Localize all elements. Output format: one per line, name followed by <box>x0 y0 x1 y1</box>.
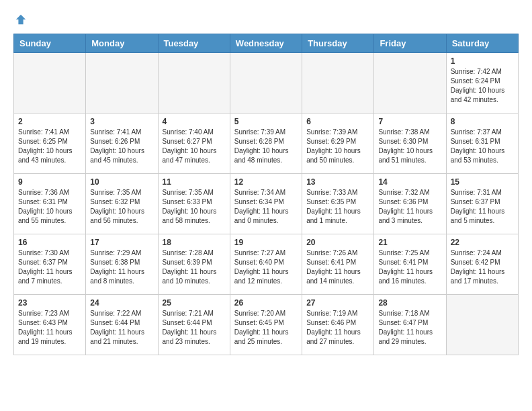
day-info: Sunrise: 7:21 AM Sunset: 6:44 PM Dayligh… <box>163 309 226 347</box>
calendar-cell: 25Sunrise: 7:21 AM Sunset: 6:44 PM Dayli… <box>158 295 230 355</box>
day-number: 3 <box>90 117 153 126</box>
day-number: 13 <box>306 177 369 187</box>
day-info: Sunrise: 7:18 AM Sunset: 6:47 PM Dayligh… <box>378 309 441 347</box>
calendar-cell: 22Sunrise: 7:24 AM Sunset: 6:42 PM Dayli… <box>446 234 518 295</box>
day-info: Sunrise: 7:26 AM Sunset: 6:41 PM Dayligh… <box>306 248 369 286</box>
day-info: Sunrise: 7:32 AM Sunset: 6:36 PM Dayligh… <box>378 188 441 226</box>
calendar-cell: 13Sunrise: 7:33 AM Sunset: 6:35 PM Dayli… <box>302 174 374 234</box>
calendar-week-row: 1Sunrise: 7:42 AM Sunset: 6:24 PM Daylig… <box>14 53 519 113</box>
page-header <box>13 13 519 23</box>
day-number: 6 <box>306 117 369 126</box>
day-info: Sunrise: 7:30 AM Sunset: 6:37 PM Dayligh… <box>18 248 81 286</box>
day-info: Sunrise: 7:36 AM Sunset: 6:31 PM Dayligh… <box>18 188 81 226</box>
day-info: Sunrise: 7:39 AM Sunset: 6:29 PM Dayligh… <box>306 128 369 165</box>
day-number: 7 <box>378 117 441 126</box>
calendar-cell: 21Sunrise: 7:25 AM Sunset: 6:41 PM Dayli… <box>374 234 446 295</box>
day-number: 24 <box>90 298 153 308</box>
day-info: Sunrise: 7:41 AM Sunset: 6:25 PM Dayligh… <box>18 128 81 165</box>
weekday-header: Friday <box>374 34 446 53</box>
day-info: Sunrise: 7:34 AM Sunset: 6:34 PM Dayligh… <box>234 188 298 226</box>
day-number: 15 <box>451 177 514 187</box>
calendar-cell <box>230 53 302 113</box>
day-info: Sunrise: 7:35 AM Sunset: 6:32 PM Dayligh… <box>90 188 153 226</box>
day-number: 4 <box>163 117 226 126</box>
day-number: 22 <box>451 238 514 247</box>
calendar-cell: 4Sunrise: 7:40 AM Sunset: 6:27 PM Daylig… <box>158 113 230 174</box>
day-number: 5 <box>234 117 298 126</box>
day-info: Sunrise: 7:27 AM Sunset: 6:40 PM Dayligh… <box>234 248 298 286</box>
day-number: 18 <box>163 238 226 247</box>
weekday-header: Tuesday <box>158 34 230 53</box>
day-number: 12 <box>234 177 298 187</box>
calendar-cell: 10Sunrise: 7:35 AM Sunset: 6:32 PM Dayli… <box>86 174 158 234</box>
day-number: 14 <box>378 177 441 187</box>
day-info: Sunrise: 7:33 AM Sunset: 6:35 PM Dayligh… <box>306 188 369 226</box>
calendar-cell <box>86 53 158 113</box>
day-number: 27 <box>306 298 369 308</box>
day-info: Sunrise: 7:20 AM Sunset: 6:45 PM Dayligh… <box>234 309 298 347</box>
day-number: 10 <box>90 177 153 187</box>
calendar-cell <box>158 53 230 113</box>
day-number: 21 <box>378 238 441 247</box>
calendar-cell: 9Sunrise: 7:36 AM Sunset: 6:31 PM Daylig… <box>14 174 86 234</box>
day-number: 25 <box>163 298 226 308</box>
day-info: Sunrise: 7:31 AM Sunset: 6:37 PM Dayligh… <box>451 188 514 226</box>
calendar-cell: 15Sunrise: 7:31 AM Sunset: 6:37 PM Dayli… <box>446 174 518 234</box>
svg-marker-0 <box>16 15 26 24</box>
weekday-header: Saturday <box>446 34 518 53</box>
weekday-header: Wednesday <box>230 34 302 53</box>
calendar-cell <box>14 53 86 113</box>
day-info: Sunrise: 7:22 AM Sunset: 6:44 PM Dayligh… <box>90 309 153 347</box>
calendar-cell: 7Sunrise: 7:38 AM Sunset: 6:30 PM Daylig… <box>374 113 446 174</box>
day-info: Sunrise: 7:29 AM Sunset: 6:38 PM Dayligh… <box>90 248 153 286</box>
day-number: 23 <box>18 298 81 308</box>
day-info: Sunrise: 7:42 AM Sunset: 6:24 PM Dayligh… <box>451 67 514 105</box>
day-info: Sunrise: 7:37 AM Sunset: 6:31 PM Dayligh… <box>451 128 514 165</box>
calendar-cell: 1Sunrise: 7:42 AM Sunset: 6:24 PM Daylig… <box>446 53 518 113</box>
calendar-cell: 3Sunrise: 7:41 AM Sunset: 6:26 PM Daylig… <box>86 113 158 174</box>
calendar-cell: 2Sunrise: 7:41 AM Sunset: 6:25 PM Daylig… <box>14 113 86 174</box>
logo <box>13 13 27 23</box>
day-info: Sunrise: 7:38 AM Sunset: 6:30 PM Dayligh… <box>378 128 441 165</box>
day-number: 11 <box>163 177 226 187</box>
day-info: Sunrise: 7:19 AM Sunset: 6:46 PM Dayligh… <box>306 309 369 347</box>
calendar-cell: 5Sunrise: 7:39 AM Sunset: 6:28 PM Daylig… <box>230 113 302 174</box>
day-info: Sunrise: 7:25 AM Sunset: 6:41 PM Dayligh… <box>378 248 441 286</box>
calendar-cell: 27Sunrise: 7:19 AM Sunset: 6:46 PM Dayli… <box>302 295 374 355</box>
calendar-week-row: 2Sunrise: 7:41 AM Sunset: 6:25 PM Daylig… <box>14 113 519 174</box>
calendar-cell: 6Sunrise: 7:39 AM Sunset: 6:29 PM Daylig… <box>302 113 374 174</box>
day-number: 17 <box>90 238 153 247</box>
calendar-cell: 16Sunrise: 7:30 AM Sunset: 6:37 PM Dayli… <box>14 234 86 295</box>
logo-icon <box>15 13 27 26</box>
calendar-cell: 17Sunrise: 7:29 AM Sunset: 6:38 PM Dayli… <box>86 234 158 295</box>
day-number: 16 <box>18 238 81 247</box>
weekday-header: Thursday <box>302 34 374 53</box>
day-info: Sunrise: 7:24 AM Sunset: 6:42 PM Dayligh… <box>451 248 514 286</box>
calendar-cell: 26Sunrise: 7:20 AM Sunset: 6:45 PM Dayli… <box>230 295 302 355</box>
day-info: Sunrise: 7:41 AM Sunset: 6:26 PM Dayligh… <box>90 128 153 165</box>
day-info: Sunrise: 7:40 AM Sunset: 6:27 PM Dayligh… <box>163 128 226 165</box>
day-number: 9 <box>18 177 81 187</box>
calendar-header-row: SundayMondayTuesdayWednesdayThursdayFrid… <box>14 34 519 53</box>
day-info: Sunrise: 7:35 AM Sunset: 6:33 PM Dayligh… <box>163 188 226 226</box>
calendar-cell: 24Sunrise: 7:22 AM Sunset: 6:44 PM Dayli… <box>86 295 158 355</box>
day-number: 20 <box>306 238 369 247</box>
calendar-week-row: 16Sunrise: 7:30 AM Sunset: 6:37 PM Dayli… <box>14 234 519 295</box>
calendar-week-row: 9Sunrise: 7:36 AM Sunset: 6:31 PM Daylig… <box>14 174 519 234</box>
weekday-header: Sunday <box>14 34 86 53</box>
weekday-header: Monday <box>86 34 158 53</box>
day-info: Sunrise: 7:28 AM Sunset: 6:39 PM Dayligh… <box>163 248 226 286</box>
calendar-cell: 19Sunrise: 7:27 AM Sunset: 6:40 PM Dayli… <box>230 234 302 295</box>
calendar-cell: 20Sunrise: 7:26 AM Sunset: 6:41 PM Dayli… <box>302 234 374 295</box>
calendar-cell: 8Sunrise: 7:37 AM Sunset: 6:31 PM Daylig… <box>446 113 518 174</box>
day-number: 8 <box>451 117 514 126</box>
day-info: Sunrise: 7:39 AM Sunset: 6:28 PM Dayligh… <box>234 128 298 165</box>
day-number: 1 <box>451 56 514 66</box>
calendar-cell: 14Sunrise: 7:32 AM Sunset: 6:36 PM Dayli… <box>374 174 446 234</box>
calendar-cell: 12Sunrise: 7:34 AM Sunset: 6:34 PM Dayli… <box>230 174 302 234</box>
calendar-cell: 23Sunrise: 7:23 AM Sunset: 6:43 PM Dayli… <box>14 295 86 355</box>
calendar-cell: 11Sunrise: 7:35 AM Sunset: 6:33 PM Dayli… <box>158 174 230 234</box>
day-number: 2 <box>18 117 81 126</box>
calendar-cell <box>446 295 518 355</box>
calendar-week-row: 23Sunrise: 7:23 AM Sunset: 6:43 PM Dayli… <box>14 295 519 355</box>
